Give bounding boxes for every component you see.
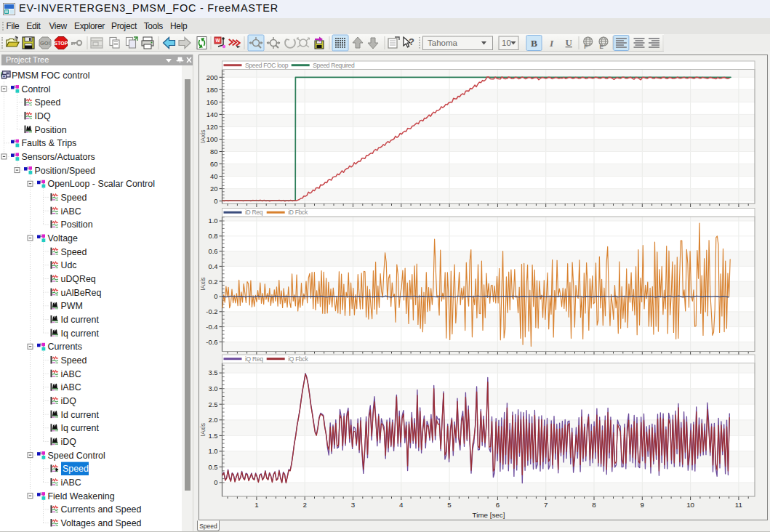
svg-text:9: 9 <box>641 501 644 509</box>
svg-text:IAxis: IAxis <box>200 130 207 143</box>
svg-text:6: 6 <box>496 501 500 509</box>
svg-text:iQ Fbck: iQ Fbck <box>288 355 308 363</box>
svg-text:60: 60 <box>210 160 217 168</box>
svg-text:0: 0 <box>214 197 217 205</box>
svg-text:Time [sec]: Time [sec] <box>473 511 505 519</box>
svg-text:1.0: 1.0 <box>208 447 217 455</box>
svg-text:IAxis: IAxis <box>200 277 207 290</box>
svg-text:200: 200 <box>206 73 218 81</box>
svg-text:0.6: 0.6 <box>208 247 217 255</box>
svg-text:2.5: 2.5 <box>208 400 217 408</box>
svg-text:8: 8 <box>592 501 596 509</box>
svg-text:-0.2: -0.2 <box>206 307 217 315</box>
svg-text:3: 3 <box>351 501 356 509</box>
svg-text:1.5: 1.5 <box>208 432 217 440</box>
svg-text:11: 11 <box>735 501 742 509</box>
svg-text:3.0: 3.0 <box>208 384 217 392</box>
svg-text:iD Fbck: iD Fbck <box>288 209 308 216</box>
svg-text:160: 160 <box>206 98 218 106</box>
svg-text:120: 120 <box>206 123 218 131</box>
svg-text:0.2: 0.2 <box>208 278 217 286</box>
svg-text:2.0: 2.0 <box>208 416 217 424</box>
svg-text:0.8: 0.8 <box>208 232 217 240</box>
svg-text:20: 20 <box>210 185 217 193</box>
svg-text:2: 2 <box>302 501 306 509</box>
svg-text:180: 180 <box>206 86 218 94</box>
svg-text:IAxis: IAxis <box>200 423 207 436</box>
svg-text:100: 100 <box>206 135 218 143</box>
svg-text:4: 4 <box>399 501 404 509</box>
svg-text:iQ Req: iQ Req <box>245 355 263 363</box>
svg-text:-0.4: -0.4 <box>206 323 217 331</box>
svg-text:7: 7 <box>544 501 548 509</box>
svg-text:-0.6: -0.6 <box>206 338 217 346</box>
svg-text:0.4: 0.4 <box>208 262 217 270</box>
svg-text:Speed Required: Speed Required <box>313 62 355 69</box>
svg-text:1.0: 1.0 <box>208 217 217 225</box>
svg-text:140: 140 <box>206 110 218 118</box>
svg-text:0: 0 <box>214 292 217 300</box>
svg-text:5: 5 <box>447 501 452 509</box>
svg-text:0.5: 0.5 <box>208 463 217 471</box>
svg-text:10: 10 <box>686 501 694 509</box>
svg-text:3.5: 3.5 <box>208 368 217 376</box>
svg-text:iD Req: iD Req <box>245 209 263 216</box>
svg-text:80: 80 <box>210 148 217 156</box>
svg-text:0: 0 <box>214 478 217 486</box>
svg-text:Speed FOC loop: Speed FOC loop <box>245 62 289 69</box>
svg-text:1: 1 <box>254 501 258 509</box>
svg-text:40: 40 <box>210 172 217 180</box>
